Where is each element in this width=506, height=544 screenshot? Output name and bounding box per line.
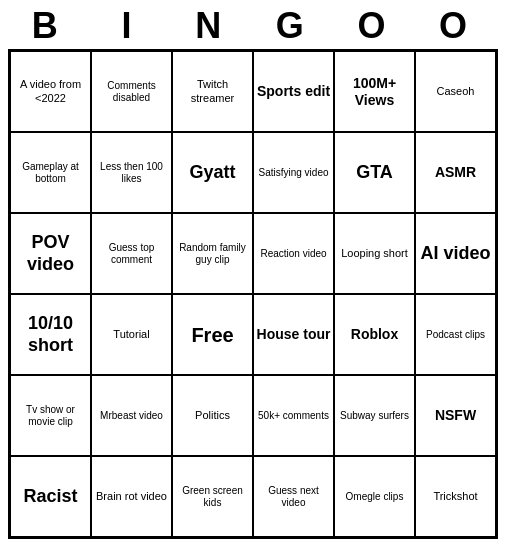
cell-27: 50k+ comments <box>253 375 334 456</box>
title-b: B <box>14 5 84 47</box>
cell-29: NSFW <box>415 375 496 456</box>
cell-18: 10/10 short <box>10 294 91 375</box>
cell-30: Racist <box>10 456 91 537</box>
cell-22: Roblox <box>334 294 415 375</box>
cell-16: Looping short <box>334 213 415 294</box>
cell-1: Comments disabled <box>91 51 172 132</box>
cell-7: Less then 100 likes <box>91 132 172 213</box>
cell-6: Gameplay at bottom <box>10 132 91 213</box>
cell-33: Guess next video <box>253 456 334 537</box>
cell-26: Politics <box>172 375 253 456</box>
cell-3: Sports edit <box>253 51 334 132</box>
bingo-grid: A video from <2022Comments disabledTwitc… <box>8 49 498 539</box>
cell-15: Reaction video <box>253 213 334 294</box>
cell-8: Gyatt <box>172 132 253 213</box>
cell-9: Satisfying video <box>253 132 334 213</box>
title-n: N <box>177 5 247 47</box>
cell-23: Podcast clips <box>415 294 496 375</box>
cell-19: Tutorial <box>91 294 172 375</box>
cell-14: Random family guy clip <box>172 213 253 294</box>
cell-24: Tv show or movie clip <box>10 375 91 456</box>
cell-34: Omegle clips <box>334 456 415 537</box>
title-i: I <box>95 5 165 47</box>
cell-2: Twitch streamer <box>172 51 253 132</box>
cell-31: Brain rot video <box>91 456 172 537</box>
cell-21: House tour <box>253 294 334 375</box>
cell-35: Trickshot <box>415 456 496 537</box>
cell-5: Caseoh <box>415 51 496 132</box>
cell-0: A video from <2022 <box>10 51 91 132</box>
bingo-title: B I N G O O <box>8 5 498 47</box>
title-o1: O <box>340 5 410 47</box>
cell-12: POV video <box>10 213 91 294</box>
title-g: G <box>259 5 329 47</box>
cell-28: Subway surfers <box>334 375 415 456</box>
cell-17: AI video <box>415 213 496 294</box>
cell-4: 100M+ Views <box>334 51 415 132</box>
cell-20: Free <box>172 294 253 375</box>
cell-25: Mrbeast video <box>91 375 172 456</box>
cell-10: GTA <box>334 132 415 213</box>
cell-11: ASMR <box>415 132 496 213</box>
cell-32: Green screen kids <box>172 456 253 537</box>
cell-13: Guess top comment <box>91 213 172 294</box>
title-o2: O <box>422 5 492 47</box>
